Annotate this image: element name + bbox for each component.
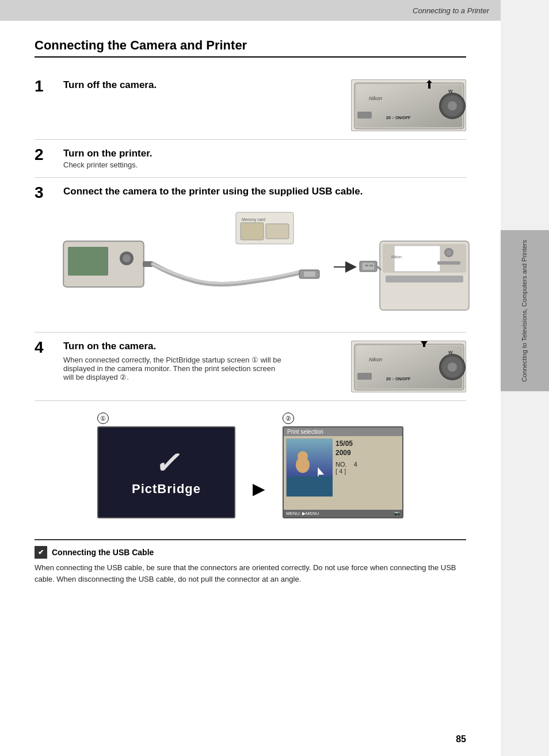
svg-marker-20 <box>345 261 357 273</box>
camera-power-image-1: 20 ○ ON/OFF W Nikon <box>351 79 466 131</box>
step-2-sub-text: Check printer settings. <box>63 161 466 169</box>
print-sel-footer: MENU: ▶MENU 📷 <box>284 510 402 517</box>
footer-icon: 📷 <box>394 511 400 516</box>
print-no: NO. 4 <box>336 461 399 468</box>
screens-arrow: ▶ <box>253 479 265 498</box>
svg-point-31 <box>446 250 452 255</box>
print-sel-body: 15/05 2009 NO. 4 [ 4 ] <box>284 436 402 498</box>
circle-2: ② <box>283 413 294 424</box>
note-icon-checkmark: ✔ <box>35 546 47 559</box>
pictbridge-logo-mark: ✓ <box>154 448 179 478</box>
step-1-content: Turn off the camera. <box>63 79 340 92</box>
print-date-line1: 15/05 <box>336 440 399 449</box>
step-1-image: 20 ○ ON/OFF W Nikon <box>351 79 466 131</box>
svg-rect-47 <box>423 341 425 347</box>
svg-rect-24 <box>365 265 368 266</box>
usb-connection-diagram: Nikon <box>58 207 472 322</box>
step-3-number: 3 <box>35 185 58 201</box>
sidebar-tab-text: Connecting to Televisions, Computers and… <box>520 240 529 382</box>
svg-rect-25 <box>369 265 373 266</box>
step-4-content: Turn on the camera. When connected corre… <box>63 341 340 381</box>
svg-text:20  ○  ON/OFF: 20 ○ ON/OFF <box>386 377 411 381</box>
pictbridge-text: PictBridge <box>132 482 201 497</box>
step-1-number: 1 <box>35 78 58 94</box>
svg-rect-19 <box>304 272 315 277</box>
svg-text:20  ○  ON/OFF: 20 ○ ON/OFF <box>386 116 411 120</box>
svg-marker-7 <box>426 80 432 83</box>
svg-point-52 <box>298 451 308 461</box>
count-val: 4 <box>339 468 342 475</box>
pictbridge-screen-container: ① ✓ PictBridge <box>97 413 235 518</box>
step-2-content: Turn on the printer. Check printer setti… <box>63 148 466 169</box>
step-4-number: 4 <box>35 339 58 356</box>
step-3-container: 3 Connect the camera to the printer usin… <box>35 178 466 333</box>
camera-svg-1: 20 ○ ON/OFF W Nikon <box>352 80 466 131</box>
step-1-main-text: Turn off the camera. <box>63 79 340 91</box>
sidebar-tab: Connecting to Televisions, Computers and… <box>501 230 549 391</box>
svg-rect-37 <box>241 223 264 240</box>
screens-section: ① ✓ PictBridge ▶ ② Print selection <box>35 401 466 530</box>
camera-power-image-4: 20 ○ ON/OFF W Nikon <box>351 341 466 392</box>
step-1-row: 1 Turn off the camera. <box>35 71 466 140</box>
header-bar: Connecting to a Printer <box>0 0 501 21</box>
main-heading: Connecting the Camera and Printer <box>35 38 466 58</box>
step-2-number: 2 <box>35 147 58 163</box>
circle-1: ① <box>97 413 109 424</box>
svg-rect-28 <box>386 276 463 282</box>
no-label: NO. <box>336 461 347 468</box>
pictbridge-screen: ✓ PictBridge <box>97 426 235 518</box>
print-sel-header: Print selection <box>284 427 402 436</box>
step-4-row: 4 Turn on the camera. When connected cor… <box>35 333 466 401</box>
page-number: 85 <box>456 734 466 744</box>
svg-text:Nikon: Nikon <box>391 255 402 259</box>
svg-rect-38 <box>266 224 289 239</box>
print-date-line2: 2009 <box>336 449 399 458</box>
svg-rect-49 <box>357 373 372 380</box>
svg-rect-32 <box>437 261 460 265</box>
note-box: ✔ Connecting the USB Cable When connecti… <box>35 539 466 585</box>
note-title: Connecting the USB Cable <box>52 548 154 557</box>
step-3-header: 3 Connect the camera to the printer usin… <box>35 186 466 201</box>
camera-svg-4: 20 ○ ON/OFF W Nikon <box>352 341 466 392</box>
step-4-sub-text: When connected correctly, the PictBridge… <box>63 356 282 381</box>
content: Connecting the Camera and Printer 1 Turn… <box>0 21 501 602</box>
svg-point-45 <box>448 362 457 372</box>
svg-rect-53 <box>287 476 333 497</box>
print-count: [ 4 ] <box>336 468 399 475</box>
menu-label: MENU: ▶MENU <box>286 511 319 516</box>
note-text: When connecting the USB cable, be sure t… <box>35 562 466 585</box>
print-sel-photo <box>286 438 332 496</box>
step-3-main-text: Connect the camera to the printer using … <box>63 186 466 197</box>
svg-rect-14 <box>68 247 108 276</box>
svg-point-6 <box>448 101 457 110</box>
print-selection-screen: Print selection <box>283 426 403 518</box>
header-title: Connecting to a Printer <box>413 6 489 15</box>
svg-point-16 <box>123 254 131 262</box>
svg-rect-9 <box>357 112 372 119</box>
svg-text:Memory card: Memory card <box>242 217 265 222</box>
step-4-image: 20 ○ ON/OFF W Nikon <box>351 341 466 392</box>
step-2-row: 2 Turn on the printer. Check printer set… <box>35 140 466 178</box>
no-value: 4 <box>354 461 357 468</box>
svg-text:Nikon: Nikon <box>369 96 382 101</box>
print-selection-container: ② Print selection <box>283 413 403 518</box>
menu-text: MENU <box>286 511 300 516</box>
step-3-diagram: Nikon <box>58 207 466 324</box>
step-3-content: Connect the camera to the printer using … <box>63 186 466 198</box>
page: Connecting to a Printer Connecting the C… <box>0 0 501 756</box>
photo-thumbnail <box>287 439 333 497</box>
print-sel-info: 15/05 2009 NO. 4 [ 4 ] <box>334 438 400 496</box>
svg-text:Nikon: Nikon <box>369 357 382 362</box>
step-2-main-text: Turn on the printer. <box>63 148 466 159</box>
note-header: ✔ Connecting the USB Cable <box>35 546 466 559</box>
step-4-main-text: Turn on the camera. <box>63 341 340 352</box>
svg-rect-8 <box>428 83 430 89</box>
